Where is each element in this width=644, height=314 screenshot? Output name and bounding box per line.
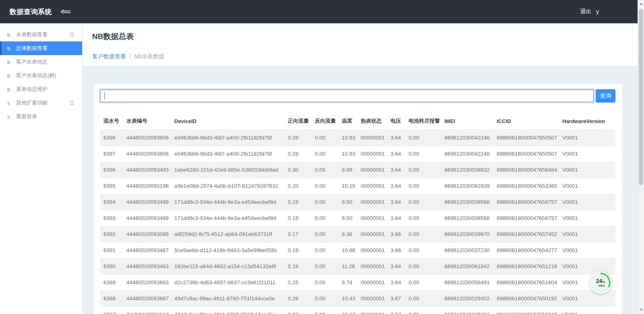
table-cell: 3.64 [387,259,405,275]
breadcrumb-parent-link[interactable]: 客户数据查看 [92,53,126,60]
sidebar-item-label: 水表数据查看 [16,31,70,38]
sidebar-item-1[interactable]: b总体数据查看 [0,41,82,55]
table-cell: a9b1e08d-2974-4a5b-b107-812d78287832 [171,178,285,194]
search-input[interactable] [100,90,594,102]
table-cell: V0001 [559,291,615,307]
sidebar: b水表数据查看b总体数据查看b客户水表信息b客户水表信息(树)b基本信息维护s其… [0,23,83,314]
table-cell: 89860618000047658484 [493,162,559,178]
table-cell: 6395 [100,178,123,194]
sidebar-item-5[interactable]: s其他扩展功能 [0,96,82,110]
sidebar-item-2[interactable]: b客户水表信息 [0,55,82,69]
table-cell: 0.00 [405,178,441,194]
table-cell: a9f259d2-fb75-4512-ab84-091eb63731ff [171,226,285,242]
table-cell: 6392 [100,226,123,242]
scrollbar-down-icon[interactable]: ▼ [638,307,644,313]
table-cell: 6397 [100,146,123,162]
table-cell: 44480020093487 [123,242,171,259]
table-cell: 89860618000047658757 [493,210,559,226]
table-cell: 0.00 [405,291,441,307]
table-cell: 89860618000047650507 [493,130,559,146]
sidebar-item-icon: b [7,73,16,79]
table-cell: 869612030082939 [441,178,493,194]
table-cell: 0.00 [312,291,339,307]
table-cell: 3.64 [387,194,405,210]
sidebar-item-icon: b [7,86,16,92]
table-cell: 869612030029302 [441,307,493,314]
page-header: NB数据总表 [83,23,644,48]
table-cell: 44480020093683 [123,275,171,291]
table-cell: 44480020093667 [123,307,171,314]
table-cell: 9.74 [339,275,357,291]
table-cell: 0.29 [285,307,312,314]
table-cell: 89860618000047651216 [493,259,559,275]
table-cell: 3.64 [387,210,405,226]
table-cell: 0.00 [312,242,339,259]
table-cell: 869612030038568 [441,194,493,210]
table-cell: 6389 [100,275,123,291]
column-header: ICCID [493,113,559,130]
table-cell: 0.00 [312,146,339,162]
table-cell: 3.64 [387,130,405,146]
table-cell: 00000001 [357,242,387,259]
logout-link[interactable]: 退出 [580,8,591,15]
table-cell: V0001 [559,178,615,194]
table-cell: 10.66 [339,242,357,259]
table-cell: 6396 [100,162,123,178]
username[interactable]: y [596,8,599,15]
table-row: 639744480020093656e0463bb6-8bd3-4fd7-a40… [100,146,615,162]
table-cell: 6398 [100,130,123,146]
column-header: 温度 [339,113,357,130]
table-cell: 0.00 [312,275,339,291]
table-cell: 0.29 [285,291,312,307]
table-cell: 869612030061842 [441,259,493,275]
table-cell: e0463bb6-8bd3-4fd7-a400-2fb1182fd78f [171,146,285,162]
table-cell: 869612030058491 [441,275,493,291]
table-cell: 44480020093499 [123,210,171,226]
sidebar-item-4[interactable]: b基本信息维护 [0,82,82,96]
table-cell: 6394 [100,194,123,210]
vertical-scrollbar[interactable]: ▲ ▼ [638,0,644,314]
table-cell: 00000001 [357,291,387,307]
table-cell: 6390 [100,259,123,275]
sidebar-collapse-icon[interactable] [60,8,71,15]
table-cell: 0.00 [405,307,441,314]
table-cell: V0001 [559,130,615,146]
up-arrow-icon: ↑ [597,284,598,287]
table-cell: 00000001 [357,275,387,291]
table-cell: 00000001 [357,178,387,194]
sidebar-item-6[interactable]: s重新登录 [0,110,82,123]
table-cell: 89860618000047653360 [493,178,559,194]
table-cell: V0001 [559,162,615,178]
net-speed-badge[interactable]: 24% ↑ 0K/s [589,271,612,294]
search-button[interactable]: 查询 [596,89,615,103]
column-header: HardwareVersion [559,113,615,130]
table-cell: 89860618000047650192 [493,291,559,307]
table-cell: 49d7c9ac-99ac-4911-8780-751f144cce0e [171,307,285,314]
table-cell: 10.43 [339,307,357,314]
table-cell: 0.25 [285,275,312,291]
table-cell: 89860618000047657452 [493,226,559,242]
content-area: 查询 流水号水表编号DeviceID正向流量反向流量温度热表状态电压电池耗尽报警… [83,66,644,314]
table-cell: 44480020093656 [123,146,171,162]
column-header: 电池耗尽报警 [405,113,441,130]
table-cell: 869612030038832 [441,162,493,178]
scrollbar-thumb[interactable] [639,9,643,185]
table-cell: 44480020093656 [123,130,171,146]
percent-unit: % [602,280,605,284]
table-row: 639544480020093196a9b1e08d-2974-4a5b-b10… [100,178,615,194]
table-cell: 49d7c9ac-99ac-4911-8780-751f144cce0e [171,291,285,307]
table-cell: 0.00 [405,242,441,259]
table-cell: V0001 [559,194,615,210]
table-cell: 1abe6280-101d-42e9-885e-538033bbb9ad [171,162,285,178]
table-cell: 0.00 [405,226,441,242]
sidebar-item-3[interactable]: b客户水表信息(树) [0,69,82,82]
table-cell: 89860618000047654277 [493,242,559,259]
sidebar-item-0[interactable]: b水表数据查看 [0,28,82,41]
main-area: NB数据总表 客户数据查看 / NB水表数据 查询 [83,23,644,314]
progress-ring-center: 24% ↑ 0K/s [592,274,609,291]
sidebar-item-label: 基本信息维护 [16,86,82,93]
scrollbar-up-icon[interactable]: ▲ [638,1,644,7]
table-row: 63874448002009366749d7c9ac-99ac-4911-878… [100,307,615,314]
breadcrumb-separator: / [129,53,131,60]
sidebar-item-icon: s [7,100,16,106]
